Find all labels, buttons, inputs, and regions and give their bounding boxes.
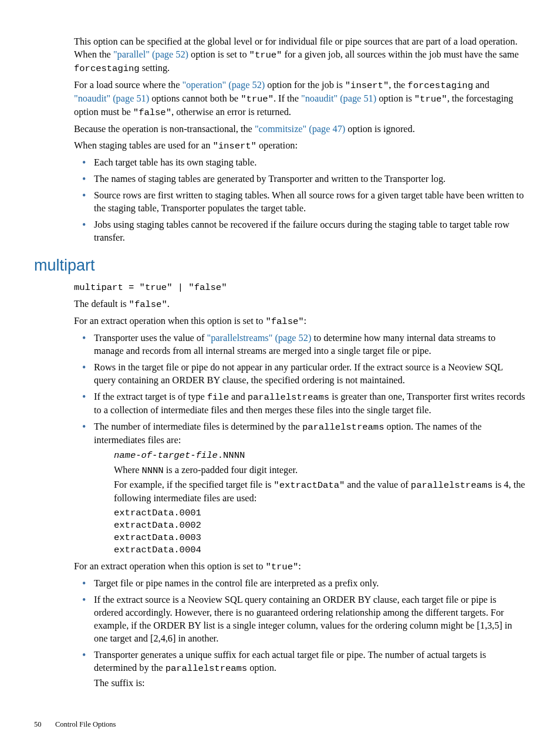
list-item: Each target table has its own staging ta… — [94, 156, 526, 169]
code-true: "true" — [241, 94, 274, 104]
text: For a load source where the — [74, 79, 182, 90]
list-item: Target file or pipe names in the control… — [94, 577, 526, 590]
text: Transporter uses the value of — [94, 332, 207, 343]
link-operation[interactable]: "operation" (page 52) — [182, 79, 265, 90]
text: , otherwise an error is returned. — [171, 106, 291, 117]
page-number: 50 — [34, 720, 55, 730]
text: When staging tables are used for an — [74, 140, 212, 151]
text: For example, if the specified target fil… — [114, 479, 274, 490]
list-item: If the extract target is of type file an… — [94, 390, 526, 417]
code-extractdata: "extractData" — [274, 480, 345, 491]
text: and — [473, 79, 490, 90]
paragraph-false-intro: For an extract operation when this optio… — [74, 315, 526, 328]
code-parallelstreams: parallelstreams — [248, 392, 330, 403]
text: The default is — [74, 298, 129, 309]
true-list: Target file or pipe names in the control… — [74, 577, 526, 690]
text: . — [167, 298, 170, 309]
text: For an extract operation when this optio… — [74, 561, 265, 572]
text: is a zero-padded four digit integer. — [164, 464, 298, 475]
code-forcestaging: forcestaging — [74, 63, 140, 74]
list-item: Source rows are first written to staging… — [94, 189, 526, 215]
link-noaudit-2[interactable]: "noaudit" (page 51) — [301, 93, 376, 104]
false-list: Transporter uses the value of "parallels… — [74, 332, 526, 556]
text: option is ignored. — [345, 123, 414, 134]
list-item: The names of staging tables are generate… — [94, 173, 526, 185]
text: Where — [114, 464, 141, 475]
text: The number of intermediate files is dete… — [94, 421, 302, 432]
text: option is — [376, 93, 414, 104]
list-item: Jobs using staging tables cannot be reco… — [94, 218, 526, 244]
where-line: Where NNNN is a zero-padded four digit i… — [114, 464, 526, 477]
paragraph-forcestaging-global: This option can be specified at the glob… — [74, 35, 526, 75]
paragraph-default: The default is "false". — [74, 298, 526, 311]
text: option for the job is — [265, 79, 345, 90]
link-noaudit-1[interactable]: "noaudit" (page 51) — [74, 93, 149, 104]
text: option. — [247, 662, 276, 673]
code-insert: "insert" — [212, 141, 256, 151]
example-intro: For example, if the specified target fil… — [114, 478, 526, 505]
link-commitsize[interactable]: "commitsize" (page 47) — [255, 123, 345, 134]
list-item: If the extract source is a Neoview SQL q… — [94, 593, 526, 645]
code-true: "true" — [414, 94, 447, 104]
text: setting. — [140, 62, 170, 73]
paragraph-staging-intro: When staging tables are used for an "ins… — [74, 139, 526, 153]
code: .NNNN — [218, 450, 245, 461]
list-item: Transporter generates a unique suffix fo… — [94, 649, 526, 690]
text: Transporter generates a unique suffix fo… — [94, 649, 486, 673]
code-nnnn: NNNN — [141, 465, 163, 476]
link-parallel[interactable]: "parallel" (page 52) — [113, 49, 188, 60]
code-parallelstreams: parallelstreams — [166, 663, 248, 674]
code-parallelstreams: parallelstreams — [411, 480, 493, 491]
text: Because the operation is non-transaction… — [74, 123, 255, 134]
page-footer: 50Control File Options — [34, 720, 116, 730]
list-item: Rows in the target file or pipe do not a… — [94, 361, 526, 387]
code-false: "false" — [129, 299, 167, 310]
text: : — [298, 561, 301, 572]
paragraph-commitsize: Because the operation is non-transaction… — [74, 123, 526, 136]
link-parallelstreams[interactable]: "parallelstreams" (page 52) — [207, 332, 311, 343]
code-true: "true" — [249, 50, 282, 60]
suffix-line: The suffix is: — [94, 677, 526, 690]
code-forcestaging: forcestaging — [407, 80, 473, 91]
code-false: "false" — [133, 107, 171, 118]
code-false: "false" — [265, 316, 303, 327]
paragraph-true-intro: For an extract operation when this optio… — [74, 560, 526, 573]
text: and — [229, 391, 248, 402]
syntax-line: multipart = "true" | "false" — [74, 282, 526, 294]
list-item: The number of intermediate files is dete… — [94, 420, 526, 556]
code-parallelstreams: parallelstreams — [302, 422, 384, 433]
list-item: Transporter uses the value of "parallels… — [94, 332, 526, 357]
example-files: extractData.0001 extractData.0002 extrac… — [114, 507, 526, 556]
code-true: "true" — [265, 562, 298, 572]
text: , the — [389, 79, 407, 90]
code-italic: name-of-target-file — [114, 450, 218, 461]
text: If the extract target is of type — [94, 391, 207, 402]
text: and the value of — [345, 479, 411, 490]
text: . If the — [274, 93, 301, 104]
text: option is set to — [188, 49, 249, 60]
code-file: file — [207, 392, 229, 403]
name-pattern: name-of-target-file.NNNN — [114, 448, 526, 462]
text: For an extract operation when this optio… — [74, 315, 265, 326]
paragraph-insert-noaudit: For a load source where the "operation" … — [74, 79, 526, 119]
footer-title: Control File Options — [55, 720, 116, 728]
text: operation: — [257, 140, 298, 151]
text: for a given job, all sources within the … — [282, 49, 518, 60]
text: options cannot both be — [149, 93, 241, 104]
staging-list: Each target table has its own staging ta… — [74, 156, 526, 244]
text: : — [304, 315, 307, 326]
section-heading-multipart: multipart — [34, 255, 526, 276]
code-insert: "insert" — [345, 80, 389, 91]
